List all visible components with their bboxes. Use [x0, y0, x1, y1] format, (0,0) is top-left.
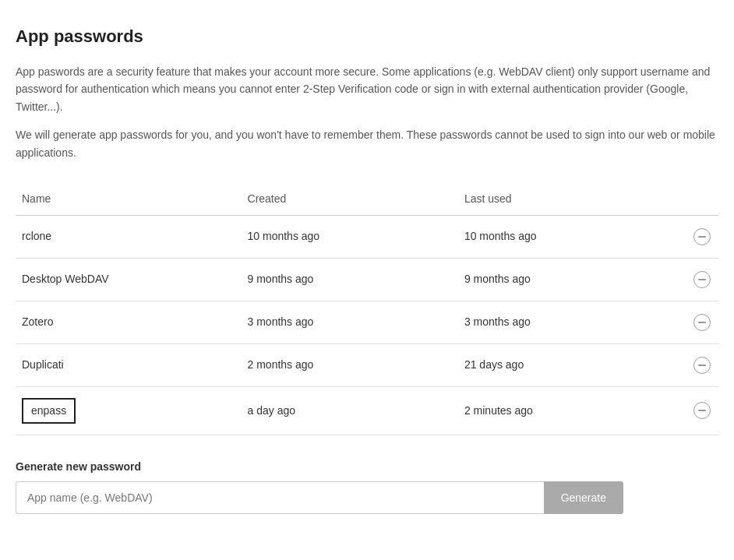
- cell-name: Zotero: [16, 301, 242, 343]
- cell-created: 3 months ago: [242, 301, 458, 343]
- app-passwords-table: Name Created Last used rclone10 months a…: [16, 183, 718, 435]
- cell-created: 10 months ago: [242, 215, 458, 258]
- table-row: rclone10 months ago10 months ago: [16, 215, 718, 258]
- col-header-action: [675, 183, 718, 216]
- cell-last-used: 21 days ago: [458, 343, 675, 386]
- delete-button[interactable]: [692, 312, 712, 333]
- cell-name: Duplicati: [16, 343, 242, 386]
- minus-circle-icon: [693, 357, 711, 374]
- cell-name: Desktop WebDAV: [16, 258, 242, 301]
- cell-action: [675, 215, 718, 258]
- highlighted-app-name: enpass: [22, 398, 76, 424]
- table-row: Desktop WebDAV9 months ago9 months ago: [16, 258, 718, 301]
- col-header-last-used: Last used: [458, 183, 675, 216]
- delete-button[interactable]: [692, 227, 712, 247]
- minus-circle-icon: [693, 314, 711, 331]
- cell-action: [675, 343, 718, 386]
- page-title: App passwords: [16, 23, 718, 49]
- cell-created: a day ago: [242, 386, 458, 435]
- col-header-name: Name: [16, 183, 242, 216]
- app-name-input[interactable]: [16, 481, 544, 514]
- cell-action: [675, 301, 718, 343]
- minus-circle-icon: [693, 228, 711, 245]
- description-2: We will generate app passwords for you, …: [16, 126, 718, 161]
- cell-last-used: 9 months ago: [458, 258, 675, 301]
- minus-circle-icon: [693, 402, 711, 419]
- minus-circle-icon: [693, 271, 711, 288]
- delete-button[interactable]: [692, 355, 712, 375]
- cell-action: [675, 258, 718, 301]
- generate-label: Generate new password: [16, 459, 718, 475]
- cell-action: [675, 386, 718, 435]
- cell-created: 9 months ago: [242, 258, 458, 301]
- generate-form: Generate: [16, 481, 623, 514]
- cell-created: 2 months ago: [242, 343, 458, 386]
- delete-button[interactable]: [692, 400, 712, 421]
- cell-name: rclone: [16, 215, 242, 258]
- cell-last-used: 10 months ago: [458, 215, 675, 258]
- col-header-created: Created: [242, 183, 458, 216]
- table-row: Duplicati2 months ago21 days ago: [16, 343, 718, 386]
- table-row: enpassa day ago2 minutes ago: [16, 386, 718, 435]
- description-1: App paswords are a security feature that…: [16, 63, 718, 115]
- delete-button[interactable]: [692, 269, 712, 290]
- table-row: Zotero3 months ago3 months ago: [16, 301, 718, 343]
- generate-button[interactable]: Generate: [544, 481, 623, 514]
- cell-name: enpass: [16, 386, 242, 435]
- cell-last-used: 3 months ago: [458, 301, 675, 343]
- cell-last-used: 2 minutes ago: [458, 386, 675, 435]
